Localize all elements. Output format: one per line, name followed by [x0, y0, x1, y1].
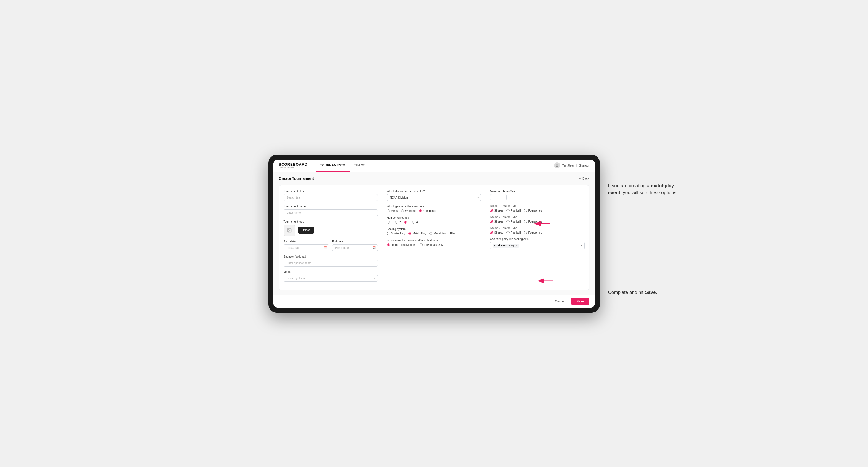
save-button[interactable]: Save — [571, 298, 589, 305]
gender-radio-group: Mens Womens Combined — [387, 209, 481, 212]
individuals-only-item: Individuals Only — [420, 243, 443, 246]
r3-foursomes-label: Foursomes — [528, 231, 542, 234]
annotation-bottom-text1: Complete and hit — [608, 290, 645, 295]
round-4-item: 4 — [412, 221, 418, 224]
round3-radios: Singles Fourball Foursomes — [490, 231, 585, 234]
rounds-label: Number of rounds — [387, 216, 481, 219]
scoring-stroke-radio[interactable] — [387, 232, 390, 235]
form-col-3: Maximum Team Size Round 1 - Match Type S… — [486, 185, 589, 290]
r1-singles-radio[interactable] — [490, 209, 493, 212]
tournament-logo-group: Tournament logo Upload — [284, 220, 378, 236]
scoring-radio-group: Stroke Play Match Play Medal Match Play — [387, 232, 481, 235]
r2-foursomes-radio[interactable] — [524, 220, 527, 223]
logo-text: SCOREBOARD — [279, 163, 308, 166]
tournament-name-input[interactable] — [284, 209, 378, 216]
calendar-icon-end: 📅 — [372, 246, 376, 249]
gender-combined-label: Combined — [423, 209, 436, 212]
round-1-radio[interactable] — [387, 221, 390, 224]
tab-tournaments[interactable]: TOURNAMENTS — [316, 160, 350, 172]
third-party-value: Leaderboard King — [494, 244, 514, 247]
teams-individuals-label: Is this event for Teams and/or Individua… — [387, 239, 481, 242]
form-col-1: Tournament Host Tournament name Tourname… — [279, 185, 382, 290]
end-date-group: End date 📅 — [332, 240, 378, 251]
tournament-host-input[interactable] — [284, 194, 378, 201]
upload-button[interactable]: Upload — [298, 227, 315, 234]
annotation-bottom: Complete and hit Save. — [608, 289, 685, 296]
tab-teams[interactable]: TEAMS — [350, 160, 370, 172]
venue-input[interactable] — [284, 275, 378, 282]
scoring-match-label: Match Play — [412, 232, 426, 235]
gender-mens-radio[interactable] — [387, 209, 390, 212]
tournament-name-group: Tournament name — [284, 205, 378, 216]
page-header: Create Tournament ← Back — [279, 176, 589, 181]
r3-foursomes-radio[interactable] — [524, 231, 527, 234]
round-3-radio[interactable] — [404, 221, 407, 224]
r1-singles-label: Singles — [494, 209, 503, 212]
annotation-right: If you are creating a matchplay event, y… — [608, 182, 685, 196]
r1-foursomes-label: Foursomes — [528, 209, 542, 212]
max-team-size-input[interactable] — [490, 194, 507, 200]
gender-combined-item: Combined — [419, 209, 436, 212]
round-4-label: 4 — [416, 221, 418, 224]
teams-plus-radio[interactable] — [387, 243, 390, 246]
annotation-right-text2: you will see these options. — [622, 190, 678, 195]
back-button[interactable]: ← Back — [579, 177, 589, 180]
scoring-stroke-label: Stroke Play — [391, 232, 405, 235]
r2-singles-radio[interactable] — [490, 220, 493, 223]
arrow-right-svg — [533, 218, 552, 229]
r3-singles-item: Singles — [490, 231, 503, 234]
r3-singles-radio[interactable] — [490, 231, 493, 234]
form-grid: Tournament Host Tournament name Tourname… — [279, 185, 589, 290]
tablet-frame: SCOREBOARD Powered by clippit TOURNAMENT… — [269, 155, 600, 313]
gender-combined-radio[interactable] — [419, 209, 422, 212]
rounds-group: Number of rounds 1 2 — [387, 216, 481, 224]
round1-radios: Singles Fourball Foursomes — [490, 209, 585, 212]
gender-group: Which gender is the event for? Mens Wome… — [387, 205, 481, 212]
round-3-item: 3 — [404, 221, 409, 224]
r3-fourball-item: Fourball — [506, 231, 521, 234]
r1-fourball-label: Fourball — [510, 209, 521, 212]
scoring-medal-radio[interactable] — [429, 232, 432, 235]
cancel-button[interactable]: Cancel — [551, 298, 568, 305]
r3-fourball-radio[interactable] — [506, 231, 509, 234]
sign-out-link[interactable]: Sign out — [579, 164, 589, 167]
venue-label: Venue — [284, 270, 378, 273]
svg-point-2 — [288, 229, 289, 230]
teams-individuals-group: Is this event for Teams and/or Individua… — [387, 239, 481, 246]
third-party-chevron-icon: ▾ — [581, 244, 582, 247]
gender-womens-radio[interactable] — [401, 209, 404, 212]
gender-mens-item: Mens — [387, 209, 398, 212]
round-2-label: 2 — [399, 221, 401, 224]
round-4-radio[interactable] — [412, 221, 415, 224]
third-party-select-wrapper[interactable]: Leaderboard King ✕ ▾ — [490, 242, 585, 249]
scoring-match-item: Match Play — [408, 232, 426, 235]
individuals-only-radio[interactable] — [420, 243, 423, 246]
end-date-input[interactable] — [332, 244, 378, 251]
r2-fourball-radio[interactable] — [506, 220, 509, 223]
division-select[interactable]: NCAA Division I NCAA Division II NCAA Di… — [387, 194, 481, 201]
start-date-label: Start date — [284, 240, 330, 243]
scoring-match-radio[interactable] — [408, 232, 411, 235]
r1-foursomes-radio[interactable] — [524, 209, 527, 212]
calendar-icon-start: 📅 — [324, 246, 327, 249]
gender-womens-item: Womens — [401, 209, 416, 212]
start-date-input[interactable] — [284, 244, 330, 251]
round-1-item: 1 — [387, 221, 393, 224]
round-2-radio[interactable] — [395, 221, 398, 224]
tag-close-icon[interactable]: ✕ — [515, 244, 517, 247]
scoring-medal-label: Medal Match Play — [434, 232, 456, 235]
division-label: Which division is the event for? — [387, 190, 481, 193]
r1-singles-item: Singles — [490, 209, 503, 212]
r1-foursomes-item: Foursomes — [524, 209, 542, 212]
round-2-item: 2 — [395, 221, 401, 224]
form-col-2: Which division is the event for? NCAA Di… — [382, 185, 486, 290]
r2-fourball-label: Fourball — [510, 220, 521, 223]
annotation-right-text1: If you are creating a — [608, 183, 651, 188]
tournament-host-group: Tournament Host — [284, 190, 378, 201]
sponsor-input[interactable] — [284, 259, 378, 267]
division-select-wrapper: NCAA Division I NCAA Division II NCAA Di… — [387, 194, 481, 201]
r1-fourball-radio[interactable] — [506, 209, 509, 212]
top-nav: SCOREBOARD Powered by clippit TOURNAMENT… — [273, 160, 595, 172]
round1-match-type-label: Round 1 - Match Type — [490, 205, 585, 208]
dates-group: Start date 📅 End date — [284, 240, 378, 251]
